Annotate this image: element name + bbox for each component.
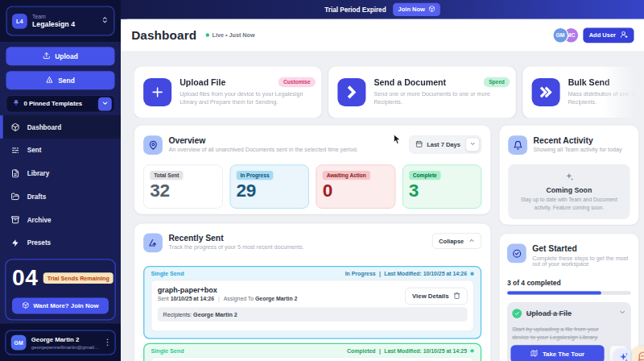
topbar-join-now-button[interactable]: Join Now [393,3,440,16]
sent-item: Single Send Completed | Last Modified: 1… [143,343,481,361]
status-text: Completed [347,347,376,354]
sent-item: Single Send In Progress | Last Modified:… [143,266,481,339]
recently-sent-subtitle: Track the progress of your 5 most recent… [168,244,303,251]
take-tour-label: Take The Tour [543,351,584,358]
check-circle-icon [507,244,526,263]
add-user-button[interactable]: Add User [583,27,634,43]
status-divider: | [379,271,381,277]
bulk-send-card-body: Bulk Send Mass distribution of one Templ… [568,77,635,107]
recent-activity-card: Recent Activity Showing all Team activit… [499,125,639,225]
bulk-send-card[interactable]: Bulk Send Mass distribution of one Templ… [522,66,635,118]
sent-item-header: Single Send Completed | Last Modified: 1… [144,344,481,357]
sidebar-item-dashboard[interactable]: Dashboard [0,115,121,139]
live-separator: • [225,32,228,39]
map-pin-icon [143,135,163,155]
get-started-heading: Get Started Complete these steps to get … [532,244,631,268]
upload-file-card[interactable]: Upload File Upload files from your devic… [134,66,322,118]
recent-activity-heading: Recent Activity Showing all Team activit… [534,135,622,152]
view-details-button[interactable]: View Details [405,288,467,305]
meta-divider: | [218,296,220,302]
date-range-expand-button[interactable] [465,138,480,152]
stat-value: 32 [150,181,216,201]
send-document-card[interactable]: Send a Document Send one or more Documen… [328,66,517,118]
get-started-card: Get Started Complete these steps to get … [499,233,639,361]
step-description: Start by uploading a file from your devi… [510,325,607,341]
ai-assistant-widget[interactable] [614,349,634,361]
recently-sent-header: Recently Sent Track the progress of your… [143,233,481,252]
recipients-value: George Martin 2 [193,311,237,317]
side-column: Recent Activity Showing all Team activit… [499,125,639,361]
upload-button[interactable]: Upload [6,47,115,65]
overview-header: Overview An overview of all unarchived D… [143,135,481,155]
sidebar-item-label: Dashboard [27,123,61,131]
pinned-templates-row[interactable]: 0 Pinned Templates [6,95,115,112]
sent-icon [10,146,21,155]
range-controls: Last 7 Days [409,135,481,154]
collapse-button[interactable]: Collapse [432,233,481,248]
upload-button-label: Upload [55,52,78,60]
overview-subtitle: An overview of all unarchived Documents … [168,147,357,153]
sidebar-item-archive[interactable]: Archive [0,208,121,231]
date-range-button[interactable]: Last 7 Days [411,138,465,152]
kebab-menu-icon[interactable]: ⋮ [104,340,110,344]
overview-heading: Overview An overview of all unarchived D… [168,135,357,152]
step-actions: Take The Tour [510,345,627,361]
calendar-icon [415,140,423,149]
recent-activity-header: Recent Activity Showing all Team activit… [508,135,630,155]
sidebar-item-drafts[interactable]: Drafts [0,185,121,208]
assigned-to-label: Assigned To [224,296,255,302]
trash-icon[interactable] [453,292,460,301]
join-now-button[interactable]: Want More? Join Now [12,297,109,313]
speed-badge: Speed [484,77,510,88]
coming-soon-panel: Coming Soon Stay up to date with Team an… [508,164,630,219]
profile-meta: George Martin 2 georgepennellmartin@gmai… [31,336,99,350]
coming-soon-title: Coming Soon [546,185,592,193]
team-selector[interactable]: L4 Team Legalesign 4 [6,6,115,36]
team-meta: Team Legalesign 4 [32,14,96,28]
live-text: Live • Just Now [213,32,255,39]
stat-total-sent: Total Sent 32 [143,164,222,208]
sidebar-top: L4 Team Legalesign 4 [0,0,121,43]
sent-items-list: Single Send In Progress | Last Modified:… [143,266,481,361]
sidebar-actions: Upload Send 0 Pinned Templates [0,43,121,112]
chevron-down-icon[interactable] [619,309,626,317]
bell-icon [508,135,527,155]
topbar-join-now-label: Join Now [398,6,425,14]
profile-card[interactable]: GM George Martin 2 georgepennellmartin@g… [5,330,116,355]
status-text: In Progress [345,271,376,277]
send-button[interactable]: Send [6,71,115,89]
avatar[interactable]: GM [552,27,568,43]
live-label: Live [213,32,224,39]
progress-fill [507,291,601,294]
step-header[interactable]: Upload a File [510,309,627,318]
sent-label: Sent [158,296,169,302]
sidebar-profile-section: GM George Martin 2 georgepennellmartin@g… [0,323,121,361]
sparkles-icon [564,172,575,184]
sidebar-item-library[interactable]: Library [0,162,121,185]
pinned-templates-expand-button[interactable] [98,97,112,110]
document-card [151,357,474,361]
sent-item-status: Completed | Last Modified: 10/10/25 at 1… [347,347,474,354]
take-tour-button[interactable]: Take The Tour [510,345,604,361]
chat-widget[interactable] [632,346,644,361]
sidebar-item-label: Presets [27,239,51,247]
sidebar-item-sent[interactable]: Sent [0,139,121,162]
last-modified-text: Last Modified: 10/10/25 at 14:26 [384,271,467,277]
sparkle-icon [618,351,630,361]
stat-label: Complete [409,171,441,180]
upload-icon [43,52,50,60]
assigned-to: Assigned To George Martin 2 [224,296,298,302]
assigned-to-value: George Martin 2 [255,296,297,302]
sent-item-status: In Progress | Last Modified: 10/10/25 at… [345,271,474,277]
stat-label: Total Sent [150,171,183,180]
stat-complete: Complete 3 [402,164,481,208]
step-title: Upload a File [526,309,614,317]
coming-soon-text: Stay up to date with Team and Document a… [518,196,621,212]
stat-value: 3 [409,181,475,201]
overview-card: Overview An overview of all unarchived D… [134,125,491,214]
trial-top: 04 Trial Sends Remaining [12,267,109,289]
sidebar-item-presets[interactable]: Presets [0,231,121,255]
collapse-label: Collapse [439,238,464,245]
recently-sent-card: Recently Sent Track the progress of your… [134,223,491,361]
overview-title: Overview [168,135,357,145]
